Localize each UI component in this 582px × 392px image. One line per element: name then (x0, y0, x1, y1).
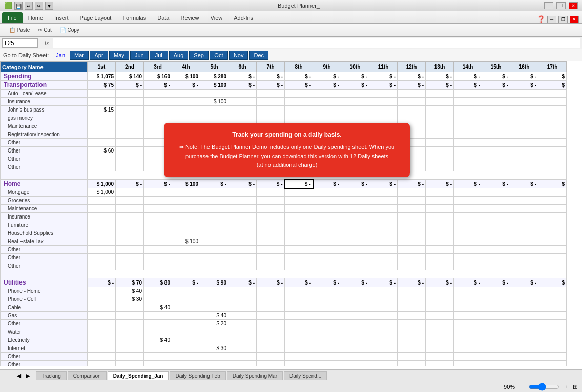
tab-review[interactable]: Review (175, 12, 204, 23)
tab-formulas[interactable]: Formulas (117, 12, 152, 23)
spending-11[interactable]: $ - (369, 72, 398, 81)
spending-15[interactable]: $ - (482, 72, 510, 81)
home-total-6[interactable]: $ - (228, 180, 257, 188)
util-total-15[interactable]: $ - (482, 278, 510, 287)
spending-4[interactable]: $ 100 (172, 72, 200, 81)
util-total-9[interactable]: $ - (313, 278, 341, 287)
prev-sheet-button[interactable]: ◄ (15, 372, 23, 380)
util-total-8[interactable]: $ - (285, 278, 313, 287)
trans-total-9[interactable]: $ - (313, 81, 341, 90)
tab-home[interactable]: Home (23, 12, 49, 23)
spending-9[interactable]: $ - (313, 72, 341, 81)
zoom-out-button[interactable]: − (520, 384, 523, 390)
trans-total-17[interactable]: $ (538, 81, 567, 90)
sheet-tab-comparison[interactable]: Comparison (68, 371, 107, 380)
spending-1[interactable]: $ 1,075 (88, 72, 116, 81)
cat-other-h1[interactable]: Other (1, 246, 88, 254)
trans-total-12[interactable]: $ - (398, 81, 426, 90)
ribbon-close-button[interactable]: ✕ (570, 16, 579, 23)
cat-auto-loan[interactable]: Auto Loan/Lease (1, 90, 88, 98)
cat-mortgage[interactable]: Mortgage (1, 188, 88, 197)
cat-registration[interactable]: Registration/Inspection (1, 130, 88, 139)
tab-insert[interactable]: Insert (49, 12, 74, 23)
cat-gas-money[interactable]: gas money (1, 114, 88, 122)
month-btn-jul[interactable]: Jul (150, 51, 168, 60)
sheet-tab-daily-jan[interactable]: Daily_Spending_Jan (108, 371, 169, 380)
spending-8[interactable]: $ - (285, 72, 313, 81)
sheet-tab-tracking[interactable]: Tracking (36, 371, 67, 380)
ribbon-restore-button[interactable]: ❐ (558, 16, 568, 23)
sheet-scroll[interactable]: Category Name 1st 2nd 3rd 4th 5th 6th 7t… (0, 61, 582, 366)
spending-2[interactable]: $ 140 (116, 72, 144, 81)
home-total-1[interactable]: $ 1,000 (88, 180, 116, 188)
util-total-1[interactable]: $ - (88, 278, 116, 287)
spending-12[interactable]: $ - (398, 72, 426, 81)
tab-add-ins[interactable]: Add-Ins (228, 12, 259, 23)
trans-total-16[interactable]: $ - (510, 81, 538, 90)
cat-other-u3[interactable]: Other (1, 361, 88, 367)
trans-total-15[interactable]: $ - (482, 81, 510, 90)
cat-insurance-home[interactable]: Insurance (1, 213, 88, 221)
close-button[interactable]: ✕ (569, 2, 578, 9)
sheet-tab-daily-feb[interactable]: Daily Spending Feb (170, 371, 225, 380)
spending-5[interactable]: $ 280 (200, 72, 228, 81)
trans-total-7[interactable]: $ - (257, 81, 285, 90)
cat-maintenance-trans[interactable]: Maintenance (1, 122, 88, 130)
trans-total-6[interactable]: $ - (228, 81, 257, 90)
month-btn-aug[interactable]: Aug (169, 51, 189, 60)
home-total-14[interactable]: $ - (454, 180, 482, 188)
util-total-6[interactable]: $ - (228, 278, 257, 287)
spending-16[interactable]: $ - (510, 72, 538, 81)
restore-button[interactable]: ❐ (556, 2, 566, 9)
util-total-10[interactable]: $ - (341, 278, 369, 287)
quick-redo[interactable]: ↪ (35, 2, 43, 10)
util-total-11[interactable]: $ - (369, 278, 398, 287)
quick-save[interactable]: 💾 (14, 2, 23, 10)
home-total-12[interactable]: $ - (398, 180, 426, 188)
spending-7[interactable]: $ - (257, 72, 285, 81)
home-total-16[interactable]: $ - (510, 180, 538, 188)
paste-button[interactable]: 📋 Paste (7, 26, 32, 34)
sheet-tab-daily-mar[interactable]: Daily Spending Mar (227, 371, 283, 380)
cell-reference-input[interactable]: L25 (2, 38, 38, 48)
home-total-10[interactable]: $ - (341, 180, 369, 188)
sheet-tab-daily-more[interactable]: Daily Spend... (284, 371, 327, 380)
home-total-17[interactable]: $ (538, 180, 567, 188)
spending-6[interactable]: $ - (228, 72, 257, 81)
home-total-7[interactable]: $ - (257, 180, 285, 188)
cat-other-u2[interactable]: Other (1, 353, 88, 361)
copy-button[interactable]: 📄 Copy (58, 26, 81, 34)
tab-file[interactable]: File (2, 12, 23, 23)
util-total-12[interactable]: $ - (398, 278, 426, 287)
trans-total-5[interactable]: $ 100 (200, 81, 228, 90)
cat-other-t1[interactable]: Other (1, 139, 88, 147)
cat-furniture[interactable]: Furniture (1, 221, 88, 229)
cat-other-u1[interactable]: Other (1, 320, 88, 328)
month-btn-dec[interactable]: Dec (249, 51, 268, 60)
tab-data[interactable]: Data (152, 12, 175, 23)
util-total-4[interactable]: $ - (172, 278, 200, 287)
formula-input[interactable] (53, 38, 580, 48)
cat-other-t2[interactable]: Other (1, 147, 88, 155)
cat-household-supplies[interactable]: Household Supplies (1, 229, 88, 237)
home-total-9[interactable]: $ - (313, 180, 341, 188)
util-total-2[interactable]: $ 70 (116, 278, 144, 287)
home-total-13[interactable]: $ - (426, 180, 454, 188)
zoom-in-button[interactable]: + (565, 384, 568, 390)
home-total-3[interactable]: $ - (144, 180, 172, 188)
trans-total-3[interactable]: $ - (144, 81, 172, 90)
spending-17[interactable]: $ (538, 72, 567, 81)
home-total-8-selected[interactable]: $ - (285, 180, 313, 188)
home-total-11[interactable]: $ - (369, 180, 398, 188)
month-btn-mar[interactable]: Mar (70, 51, 89, 60)
cat-insurance-trans[interactable]: Insurance (1, 98, 88, 106)
util-total-14[interactable]: $ - (454, 278, 482, 287)
month-btn-oct[interactable]: Oct (210, 51, 228, 60)
month-link-jan[interactable]: Jan (52, 51, 69, 60)
minimize-button[interactable]: ─ (544, 2, 553, 9)
spending-10[interactable]: $ - (341, 72, 369, 81)
cat-phone-cell[interactable]: Phone - Cell (1, 295, 88, 303)
util-total-16[interactable]: $ - (510, 278, 538, 287)
trans-total-8[interactable]: $ - (285, 81, 313, 90)
help-icon[interactable]: ❓ (537, 15, 545, 23)
